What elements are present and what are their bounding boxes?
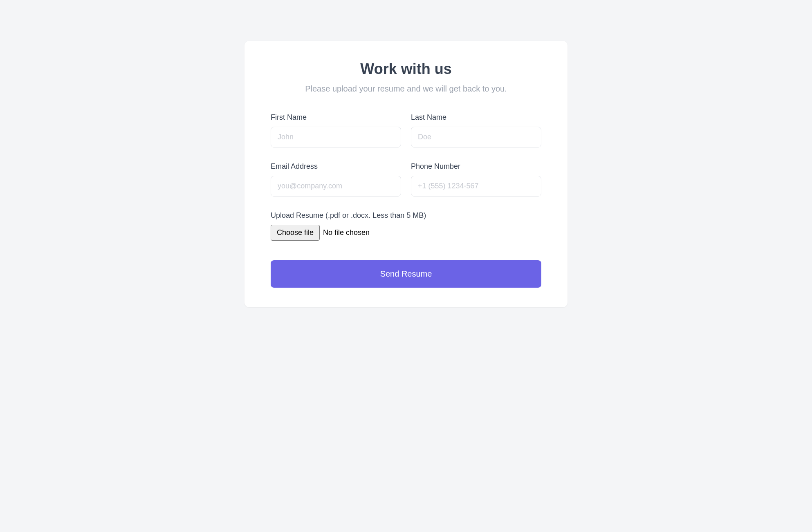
upload-section: Upload Resume (.pdf or .docx. Less than … [271, 211, 541, 241]
form-heading: Work with us [271, 60, 541, 78]
first-name-field: First Name [271, 113, 401, 148]
last-name-label: Last Name [411, 113, 541, 122]
last-name-input[interactable] [411, 127, 541, 148]
upload-label: Upload Resume (.pdf or .docx. Less than … [271, 211, 541, 220]
choose-file-button[interactable]: Choose file [271, 225, 320, 241]
first-name-label: First Name [271, 113, 401, 122]
phone-input[interactable] [411, 176, 541, 197]
last-name-field: Last Name [411, 113, 541, 148]
file-row: Choose file No file chosen [271, 225, 541, 241]
phone-field: Phone Number [411, 162, 541, 197]
phone-label: Phone Number [411, 162, 541, 171]
email-input[interactable] [271, 176, 401, 197]
send-resume-button[interactable]: Send Resume [271, 260, 541, 288]
name-row: First Name Last Name [271, 113, 541, 148]
contact-row: Email Address Phone Number [271, 162, 541, 197]
resume-form-card: Work with us Please upload your resume a… [244, 41, 568, 307]
form-subheading: Please upload your resume and we will ge… [271, 84, 541, 94]
file-status-text: No file chosen [323, 228, 370, 237]
email-label: Email Address [271, 162, 401, 171]
first-name-input[interactable] [271, 127, 401, 148]
email-field: Email Address [271, 162, 401, 197]
